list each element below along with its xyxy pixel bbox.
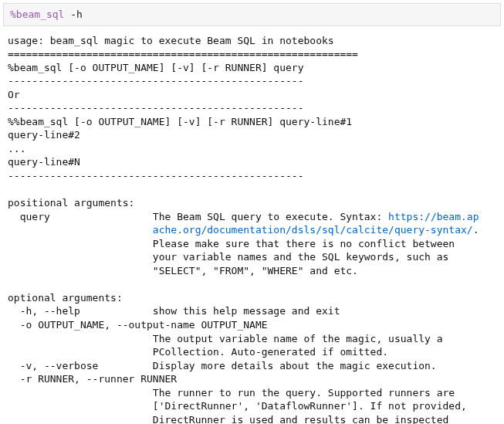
syntax-link[interactable]: ache.org/documentation/dsls/sql/calcite/… xyxy=(8,224,473,236)
cell-output: usage: beam_sql magic to execute Beam SQ… xyxy=(3,32,501,424)
query-arg-line: "SELECT", "FROM", "WHERE" and etc. xyxy=(8,265,358,276)
query-arg-line: your variable names and the SQL keywords… xyxy=(8,251,448,263)
query-arg-line: . xyxy=(473,224,479,236)
runner-desc-line: DirectRunner is used and results can be … xyxy=(8,414,448,424)
query-arg-line: Please make sure that there is no confli… xyxy=(8,238,455,249)
output-name-desc-line: PCollection. Auto-generated if omitted. xyxy=(8,346,388,358)
runner-desc-line: The runner to run the query. Supported r… xyxy=(8,387,455,399)
separator: ----------------------------------------… xyxy=(8,75,304,86)
positional-args-header: positional arguments: xyxy=(8,197,134,209)
usage-single-line: %beam_sql [-o OUTPUT_NAME] [-v] [-r RUNN… xyxy=(8,62,304,73)
runner-flag-line: -r RUNNER, --runner RUNNER xyxy=(8,373,177,385)
separator: ----------------------------------------… xyxy=(8,102,304,114)
usage-cell-line: %%beam_sql [-o OUTPUT_NAME] [-v] [-r RUN… xyxy=(8,116,352,127)
syntax-link[interactable]: https://beam.ap xyxy=(388,211,479,222)
usage-cell-line: query-line#N xyxy=(8,156,80,168)
notebook-cell-group: %beam_sql -h usage: beam_sql magic to ex… xyxy=(0,0,504,424)
query-arg-line: query The Beam SQL query to execute. Syn… xyxy=(8,211,388,222)
help-flag-line: -h, --help show this help message and ex… xyxy=(8,305,340,317)
output-name-desc-line: The output variable name of the magic, u… xyxy=(8,333,443,344)
code-input-cell[interactable]: %beam_sql -h xyxy=(3,3,501,26)
magic-command: %beam_sql xyxy=(10,8,64,20)
output-name-flag-line: -o OUTPUT_NAME, --output-name OUTPUT_NAM… xyxy=(8,319,268,331)
usage-cell-line: query-line#2 xyxy=(8,129,80,141)
magic-args: -h xyxy=(64,8,82,20)
separator: ----------------------------------------… xyxy=(8,170,304,181)
or-label: Or xyxy=(8,89,20,100)
verbose-flag-line: -v, --verbose Display more details about… xyxy=(8,360,437,371)
optional-args-header: optional arguments: xyxy=(8,292,123,304)
separator: ========================================… xyxy=(8,48,358,59)
runner-desc-line: ['DirectRunner', 'DataflowRunner']. If n… xyxy=(8,400,467,412)
usage-cell-line: ... xyxy=(8,143,25,154)
usage-heading: usage: beam_sql magic to execute Beam SQ… xyxy=(8,35,334,46)
